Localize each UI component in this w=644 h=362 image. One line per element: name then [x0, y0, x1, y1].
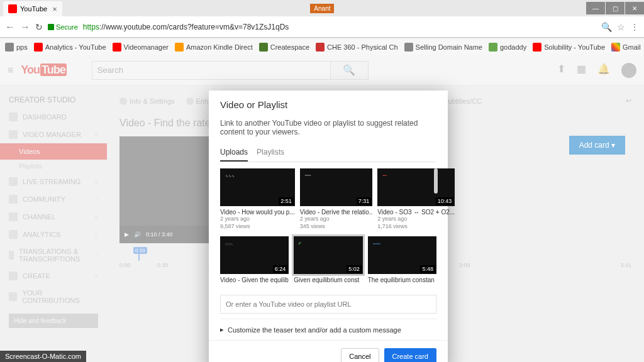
reload-button[interactable]: ↻	[35, 22, 43, 32]
pencil-icon	[119, 97, 127, 105]
youtube-favicon-icon	[8, 4, 17, 13]
sidebar-title: CREATOR STUDIO	[0, 92, 107, 108]
sidebar-item-dashboard[interactable]: DASHBOARD	[0, 108, 107, 126]
tab-uploads[interactable]: Uploads	[220, 144, 248, 162]
bookmarks-bar: pps Analytics - YouTube Videomanager Ama…	[0, 38, 644, 55]
video-item-selected[interactable]: ∕∕∕5:02 Given equilibrium const	[294, 236, 362, 283]
bookmark-item[interactable]: Videomanager	[113, 43, 169, 52]
timeline-cursor-label: 0:10	[133, 247, 147, 254]
maximize-button[interactable]: ▢	[606, 2, 625, 14]
tab-playlists[interactable]: Playlists	[257, 144, 284, 162]
sidebar-item-video-manager[interactable]: VIDEO MANAGER∧	[0, 126, 107, 143]
modal-tabs: Uploads Playlists	[220, 144, 436, 162]
secure-indicator: Secure	[48, 23, 78, 31]
sidebar-item-translations[interactable]: TRANSLATIONS & TRANSCRIPTIONS∨	[0, 243, 107, 267]
player-time: 0:10 / 3:40	[146, 231, 173, 238]
bookmark-star-icon[interactable]: ☆	[617, 22, 625, 32]
community-icon	[9, 195, 18, 204]
url-field[interactable]: https://www.youtube.com/cards?feature=vm…	[83, 23, 596, 31]
youtube-logo[interactable]: YouTube	[21, 63, 66, 77]
window-controls: — ▢ ✕	[586, 2, 644, 14]
add-card-button[interactable]: Add card ▾	[569, 136, 625, 155]
watermark: Screencast-O-Matic.com	[0, 351, 86, 362]
video-item[interactable]: ∿∿∿2:51 Video - How would you p... 2 yea…	[220, 168, 295, 230]
bookmark-item[interactable]: pps	[5, 43, 28, 52]
bookmark-item[interactable]: Solubility - YouTube	[533, 43, 605, 52]
sidebar: CREATOR STUDIO DASHBOARD VIDEO MANAGER∧ …	[0, 85, 107, 362]
tab-info[interactable]: Info & Settings	[119, 97, 175, 105]
sidebar-sub-videos[interactable]: Videos	[0, 143, 107, 160]
close-icon[interactable]: ×	[52, 4, 57, 14]
browser-chrome: YouTube × Anant — ▢ ✕ ← → ↻ Secure https…	[0, 0, 644, 38]
bookmark-item[interactable]: CHE 360 - Physical Ch	[316, 43, 398, 52]
live-icon	[9, 177, 18, 186]
timeline-cursor[interactable]	[138, 248, 140, 261]
sidebar-item-community[interactable]: COMMUNITY∨	[0, 190, 107, 208]
search-icon[interactable]: 🔍	[601, 22, 612, 32]
address-bar: ← → ↻ Secure https://www.youtube.com/car…	[0, 16, 644, 38]
create-card-button[interactable]: Create card	[384, 348, 436, 362]
channel-icon	[9, 212, 18, 221]
hide-feedback-button[interactable]: Hide and feedback	[9, 314, 98, 328]
bookmark-item[interactable]: Createspace	[259, 43, 309, 52]
search-button[interactable]: 🔍	[331, 61, 369, 80]
youtube-header: ≡ YouTube 🔍 ⬆ ▦ 🔔	[0, 55, 644, 85]
back-button[interactable]: ←	[5, 21, 15, 33]
lock-icon	[48, 24, 54, 30]
menu-icon[interactable]: ⋮	[630, 22, 639, 32]
tab-bar: YouTube × Anant — ▢ ✕	[0, 0, 644, 16]
bookmark-item[interactable]: godaddy	[489, 43, 526, 52]
user-chip[interactable]: Anant	[310, 4, 334, 13]
sidebar-item-live[interactable]: LIVE STREAMING∨	[0, 173, 107, 190]
analytics-icon	[9, 230, 18, 239]
sidebar-sub-playlists[interactable]: Playlists	[0, 160, 107, 173]
sidebar-item-contributions[interactable]: YOUR CONTRIBUTIONS	[0, 285, 107, 309]
hamburger-icon[interactable]: ≡	[8, 65, 13, 76]
return-button[interactable]: ↩	[626, 97, 631, 105]
video-player[interactable]: ▶ 🔊 0:10 / 3:40	[119, 136, 220, 243]
browser-tab[interactable]: YouTube ×	[3, 1, 62, 16]
video-item[interactable]: ≈≈≈7:31 Video - Derive the relatio.. 2 y…	[300, 168, 372, 230]
forward-button[interactable]: →	[20, 21, 30, 33]
modal-description: Link to another YouTube video or playlis…	[220, 119, 436, 136]
video-grid-row2: ∴∵∴6:24 Video - Given the equilib ∕∕∕5:0…	[220, 236, 436, 290]
video-icon	[9, 130, 18, 139]
dashboard-icon	[9, 112, 18, 121]
upload-icon[interactable]: ⬆	[557, 63, 565, 78]
video-grid: ∿∿∿2:51 Video - How would you p... 2 yea…	[220, 162, 436, 236]
apps-icon[interactable]: ▦	[577, 63, 586, 78]
scrollbar[interactable]	[434, 168, 438, 194]
avatar[interactable]	[621, 63, 636, 78]
translate-icon	[9, 251, 14, 260]
close-button[interactable]: ✕	[625, 2, 644, 14]
tab-title: YouTube	[20, 5, 47, 13]
wand-icon	[186, 97, 194, 105]
modal-title: Video or Playlist	[209, 90, 448, 119]
cancel-button[interactable]: Cancel	[341, 348, 379, 362]
bookmark-item[interactable]: Amazon Kindle Direct	[175, 43, 253, 52]
url-input[interactable]	[220, 295, 436, 314]
video-item[interactable]: ∴∵∴6:24 Video - Given the equilib	[220, 236, 289, 283]
video-item[interactable]: ━━━5:48 The equilibrium constan	[368, 236, 436, 283]
modal-video-playlist: Video or Playlist Link to another YouTub…	[209, 90, 448, 362]
notifications-icon[interactable]: 🔔	[597, 63, 610, 78]
search-form: 🔍	[92, 61, 369, 80]
sidebar-item-create[interactable]: CREATE∨	[0, 267, 107, 285]
chevron-right-icon: ▸	[220, 326, 224, 334]
customize-expand[interactable]: ▸ Customize the teaser text and/or add a…	[220, 319, 436, 340]
play-icon[interactable]: ▶	[125, 231, 129, 238]
search-input[interactable]	[92, 61, 331, 80]
bookmark-item[interactable]: Gmail	[611, 43, 641, 52]
video-item[interactable]: ▪▪▪10:43 Video - SO3 ↔ SO2 + O2... 2 yea…	[377, 168, 455, 230]
sidebar-item-analytics[interactable]: ANALYTICS∨	[0, 226, 107, 243]
bookmark-item[interactable]: Analytics - YouTube	[34, 43, 106, 52]
sidebar-item-channel[interactable]: CHANNEL∨	[0, 208, 107, 226]
contributions-icon	[9, 292, 17, 301]
volume-icon[interactable]: 🔊	[134, 231, 141, 238]
create-icon	[9, 272, 18, 280]
bookmark-item[interactable]: Selling Domain Name	[404, 43, 482, 52]
minimize-button[interactable]: —	[586, 2, 605, 14]
